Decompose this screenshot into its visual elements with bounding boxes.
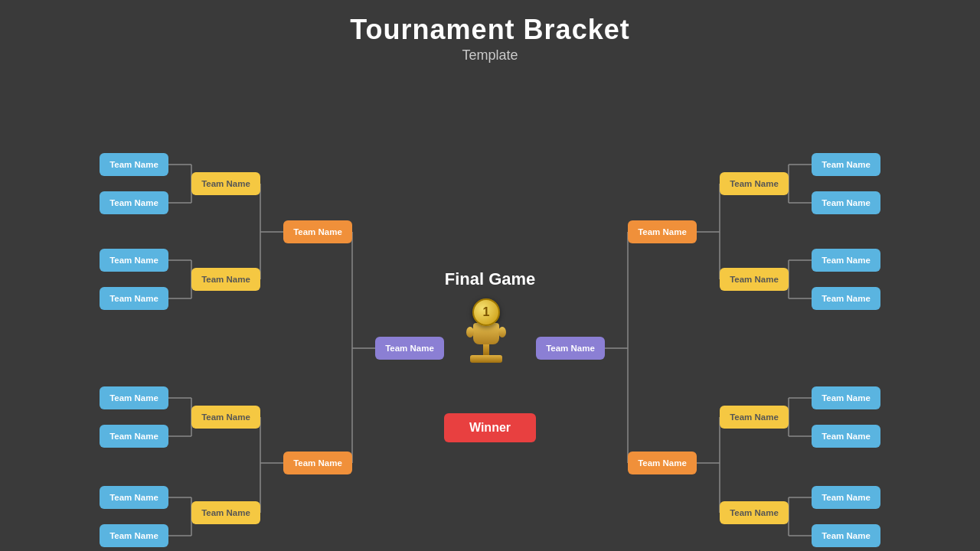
team-r1-7[interactable]: Team Name <box>812 486 880 509</box>
team-r1-4[interactable]: Team Name <box>812 287 880 310</box>
team-l1-2[interactable]: Team Name <box>100 191 168 214</box>
team-l1-8[interactable]: Team Name <box>100 524 168 547</box>
trophy-number: 1 <box>472 298 500 326</box>
team-l1-6[interactable]: Team Name <box>100 425 168 448</box>
winner-box[interactable]: Winner <box>444 413 536 442</box>
page-subtitle: Template <box>0 47 980 64</box>
team-r2-2[interactable]: Team Name <box>720 268 789 291</box>
team-r1-1[interactable]: Team Name <box>812 153 880 176</box>
team-l1-1[interactable]: Team Name <box>100 153 168 176</box>
winner-label: Winner <box>469 421 511 435</box>
team-r2-4[interactable]: Team Name <box>720 501 789 524</box>
team-r1-3[interactable]: Team Name <box>812 249 880 272</box>
team-l1-5[interactable]: Team Name <box>100 386 168 409</box>
trophy-base <box>470 355 502 363</box>
team-r2-3[interactable]: Team Name <box>720 406 789 429</box>
team-r3-1[interactable]: Team Name <box>628 220 697 243</box>
final-game-label: Final Game <box>413 269 567 289</box>
team-l4-1[interactable]: Team Name <box>375 337 444 360</box>
team-l1-4[interactable]: Team Name <box>100 287 168 310</box>
team-l2-1[interactable]: Team Name <box>191 172 260 195</box>
team-r1-5[interactable]: Team Name <box>812 386 880 409</box>
team-r1-8[interactable]: Team Name <box>812 524 880 547</box>
trophy-stem <box>483 344 489 355</box>
team-l1-7[interactable]: Team Name <box>100 486 168 509</box>
trophy-cup <box>473 323 499 344</box>
team-l2-2[interactable]: Team Name <box>191 268 260 291</box>
page-title: Tournament Bracket <box>0 14 980 46</box>
team-l3-2[interactable]: Team Name <box>283 452 352 474</box>
team-l2-3[interactable]: Team Name <box>191 406 260 429</box>
team-r1-6[interactable]: Team Name <box>812 425 880 448</box>
team-r2-1[interactable]: Team Name <box>720 172 789 195</box>
bracket-container: Team Name Team Name Team Name Team Name … <box>0 69 980 551</box>
team-r4-1[interactable]: Team Name <box>536 337 605 360</box>
team-r3-2[interactable]: Team Name <box>628 452 697 474</box>
trophy: 1 <box>470 298 502 363</box>
team-l2-4[interactable]: Team Name <box>191 501 260 524</box>
team-l3-1[interactable]: Team Name <box>283 220 352 243</box>
team-l1-3[interactable]: Team Name <box>100 249 168 272</box>
team-r1-2[interactable]: Team Name <box>812 191 880 214</box>
